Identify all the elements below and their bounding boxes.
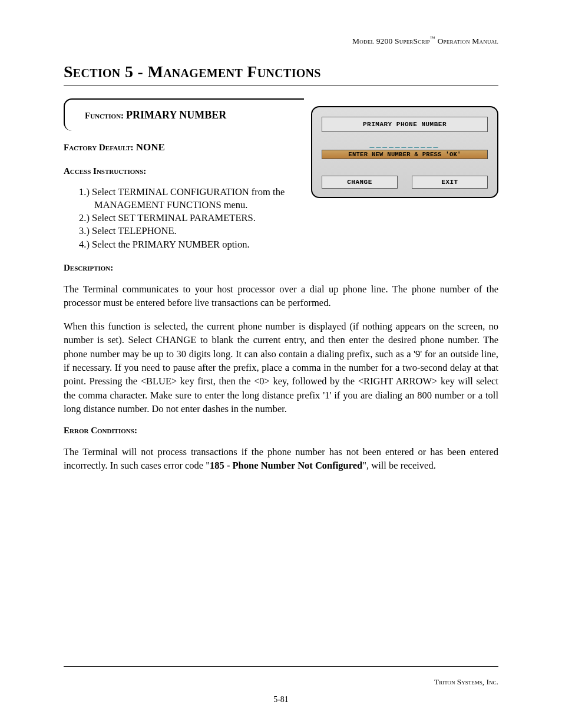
factory-default-label: Factory Default:	[64, 143, 134, 152]
terminal-instruction-box: ENTER NEW NUMBER & PRESS 'OK'	[322, 150, 488, 159]
description-heading: Description:	[64, 263, 498, 273]
access-step-3: 3.) Select TELEPHONE.	[79, 225, 304, 238]
running-header: Model 9200 SuperScrip™ Operation Manual	[64, 35, 498, 46]
terminal-screenshot: PRIMARY PHONE NUMBER ___________ ENTER N…	[311, 106, 498, 198]
description-paragraph-2: When this function is selected, the curr…	[64, 319, 498, 416]
error-conditions-heading: Error Conditions:	[64, 426, 498, 436]
function-label: Function:	[85, 111, 124, 120]
terminal-change-button: CHANGE	[322, 176, 398, 189]
terminal-title-box: PRIMARY PHONE NUMBER	[322, 117, 488, 132]
section-title: Section 5 - Management Functions	[64, 62, 498, 81]
description-paragraph-1: The Terminal communicates to your host p…	[64, 282, 498, 310]
terminal-frame: PRIMARY PHONE NUMBER ___________ ENTER N…	[311, 106, 498, 198]
header-model: Model 9200 SuperScrip	[352, 37, 430, 45]
access-instructions-list: 1.) Select TERMINAL CONFIGURATION from t…	[64, 186, 304, 251]
access-instructions-heading: Access Instructions:	[64, 166, 304, 176]
function-heading-box: Function: PRIMARY NUMBER	[64, 98, 304, 131]
footer-page-number: 5-81	[64, 695, 498, 704]
section-rule	[64, 85, 498, 85]
trademark-symbol: ™	[430, 35, 435, 41]
footer-rule	[64, 666, 498, 667]
function-value: PRIMARY NUMBER	[126, 109, 226, 121]
error-paragraph: The Terminal will not process transactio…	[64, 445, 498, 473]
error-code: 185 - Phone Number Not Configured	[210, 460, 362, 471]
footer-company: Triton Systems, Inc.	[64, 677, 498, 687]
factory-default-value: NONE	[136, 141, 165, 153]
header-manual: Operation Manual	[435, 37, 498, 45]
terminal-exit-button: EXIT	[412, 176, 488, 189]
access-step-1: 1.) Select TERMINAL CONFIGURATION from t…	[79, 186, 304, 212]
access-step-4: 4.) Select the PRIMARY NUMBER option.	[79, 238, 304, 251]
access-step-2: 2.) Select SET TERMINAL PARAMETERS.	[79, 212, 304, 225]
terminal-input-placeholder: ___________	[322, 140, 488, 149]
error-text-after: ", will be received.	[362, 460, 435, 471]
